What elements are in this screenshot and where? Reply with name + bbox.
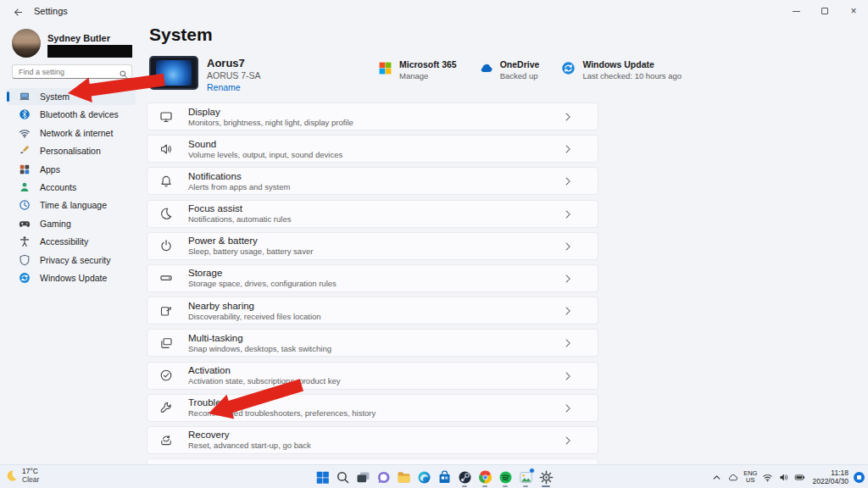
close-button[interactable]: ×: [839, 0, 868, 22]
setting-title: Display: [188, 107, 353, 117]
taskbar-task-view-button[interactable]: [356, 467, 370, 487]
taskbar-spotify-button[interactable]: [498, 467, 513, 487]
running-indicator: [523, 485, 528, 488]
setting-title: Activation: [188, 365, 341, 375]
status-card-windows-update[interactable]: Windows UpdateLast checked: 10 hours ago: [561, 59, 682, 80]
running-indicator: [482, 485, 487, 488]
setting-card-notifications[interactable]: NotificationsAlerts from apps and system: [147, 167, 598, 195]
wrench-icon: [159, 401, 173, 414]
laptop-icon: [19, 91, 31, 103]
setting-subtitle: Snap windows, desktops, task switching: [188, 344, 331, 353]
setting-card-focus-assist[interactable]: Focus assistNotifications, automatic rul…: [147, 200, 598, 228]
device-name: Aorus7: [207, 57, 245, 69]
volume-tray-icon[interactable]: [778, 472, 789, 483]
sidebar-item-accessibility[interactable]: Accessibility: [7, 233, 136, 250]
taskbar-steam-button[interactable]: [458, 467, 472, 487]
close-icon: ×: [850, 5, 856, 17]
edge-browser-icon: [417, 470, 431, 485]
user-avatar[interactable]: [12, 29, 41, 58]
wifi-tray-icon[interactable]: [762, 472, 773, 483]
sidebar-item-privacy-and-security[interactable]: Privacy & security: [7, 252, 136, 269]
setting-card-nearby-sharing[interactable]: Nearby sharingDiscoverability, received …: [147, 297, 598, 324]
sidebar-item-time-and-language[interactable]: Time & language: [7, 197, 136, 214]
sidebar-item-windows-update[interactable]: Windows Update: [7, 269, 136, 286]
setting-card-storage[interactable]: StorageStorage space, drives, configurat…: [147, 264, 598, 292]
main-content: System Aorus7 AORUS 7-SA Rename Microsof…: [142, 22, 868, 464]
chevron-right-icon: [562, 111, 574, 123]
sidebar-item-bluetooth-and-devices[interactable]: Bluetooth & devices: [7, 106, 136, 123]
chevron-right-icon: [562, 435, 574, 446]
title-bar: Settings ×: [0, 0, 868, 22]
setting-card-power-and-battery[interactable]: Power & batterySleep, battery usage, bat…: [147, 232, 598, 260]
status-subtitle: Manage: [399, 71, 457, 80]
sidebar-item-personalisation[interactable]: Personalisation: [7, 142, 136, 159]
status-card-microsoft-365[interactable]: Microsoft 365Manage: [378, 59, 457, 80]
setting-card-multi-tasking[interactable]: Multi-taskingSnap windows, desktops, tas…: [147, 329, 598, 357]
sidebar-item-apps[interactable]: Apps: [7, 161, 136, 178]
chevron-up-icon[interactable]: [711, 472, 722, 483]
sidebar-item-label: Windows Update: [40, 273, 107, 283]
chevron-right-icon: [562, 305, 574, 317]
running-indicator: [503, 485, 508, 488]
user-name: Sydney Butler: [47, 33, 110, 43]
taskbar-store-button[interactable]: [437, 467, 452, 487]
setting-title: Multi-tasking: [188, 333, 331, 343]
sidebar-item-gaming[interactable]: Gaming: [7, 215, 136, 232]
taskbar-photos-button[interactable]: [519, 467, 533, 487]
setting-card-troubleshoot[interactable]: TroubleshootRecommended troubleshooters,…: [147, 394, 598, 422]
taskbar-file-explorer-button[interactable]: [397, 467, 411, 487]
sidebar-item-accounts[interactable]: Accounts: [7, 179, 136, 196]
taskbar-search-button[interactable]: [336, 467, 350, 487]
setting-card-activation[interactable]: ActivationActivation state, subscription…: [147, 362, 598, 390]
status-card-onedrive[interactable]: OneDriveBacked up: [479, 59, 540, 80]
setting-card-display[interactable]: DisplayMonitors, brightness, night light…: [147, 103, 598, 130]
rename-link[interactable]: Rename: [207, 82, 241, 92]
search-input[interactable]: [19, 68, 119, 76]
taskbar-chrome-button[interactable]: [478, 467, 492, 487]
app-notification-badge: [529, 468, 535, 474]
minimize-button[interactable]: [782, 0, 810, 22]
sidebar-nav: SystemBluetooth & devicesNetwork & inter…: [7, 88, 136, 287]
clock[interactable]: 11:18 2022/04/30: [812, 469, 849, 485]
setting-title: Focus assist: [188, 203, 291, 214]
sidebar-item-system[interactable]: System: [7, 88, 136, 105]
maximize-button[interactable]: [810, 0, 839, 22]
bell-icon: [159, 175, 173, 188]
sidebar-item-network-and-internet[interactable]: Network & internet: [7, 125, 136, 141]
wallpaper-bloom: [156, 60, 192, 86]
storage-drive-icon: [159, 271, 173, 285]
setting-subtitle: Activation state, subscriptions, product…: [188, 376, 341, 385]
bluetooth-icon: [19, 108, 31, 120]
onedrive-tray-icon[interactable]: [727, 472, 738, 483]
setting-card-partial[interactable]: [147, 458, 598, 464]
region-code: US: [743, 477, 757, 484]
nearby-share-icon: [159, 304, 173, 318]
chat-bubble-icon: [376, 470, 391, 485]
sidebar-item-label: Network & internet: [40, 128, 113, 138]
sidebar-item-label: Personalisation: [40, 146, 101, 156]
status-row: Microsoft 365ManageOneDriveBacked upWind…: [378, 59, 682, 80]
back-button[interactable]: [5, 2, 31, 20]
apps-grid-icon: [19, 164, 31, 175]
notification-badge[interactable]: [854, 472, 865, 483]
person-icon: [19, 181, 31, 193]
taskbar-chat-button[interactable]: [376, 467, 391, 487]
setting-card-sound[interactable]: SoundVolume levels, output, input, sound…: [147, 135, 598, 163]
setting-title: Nearby sharing: [188, 301, 321, 311]
update-arrows-icon: [561, 61, 576, 75]
setting-title: Notifications: [188, 171, 290, 181]
taskbar-start-button[interactable]: [315, 467, 330, 487]
taskbar-edge-button[interactable]: [417, 467, 431, 487]
task-view-icon: [356, 470, 370, 485]
setting-card-recovery[interactable]: RecoveryReset, advanced start-up, go bac…: [147, 426, 598, 454]
search-box[interactable]: [12, 64, 132, 79]
selected-indicator: [7, 92, 9, 102]
onedrive-cloud-icon: [479, 61, 493, 75]
settings-list: DisplayMonitors, brightness, night light…: [147, 103, 598, 464]
sidebar-item-label: Time & language: [40, 200, 107, 210]
language-indicator[interactable]: ENG US: [743, 470, 757, 484]
battery-tray-icon[interactable]: [794, 472, 805, 483]
taskbar-settings-button[interactable]: [539, 467, 554, 487]
wifi-icon: [19, 127, 31, 139]
setting-title: Troubleshoot: [188, 397, 376, 408]
